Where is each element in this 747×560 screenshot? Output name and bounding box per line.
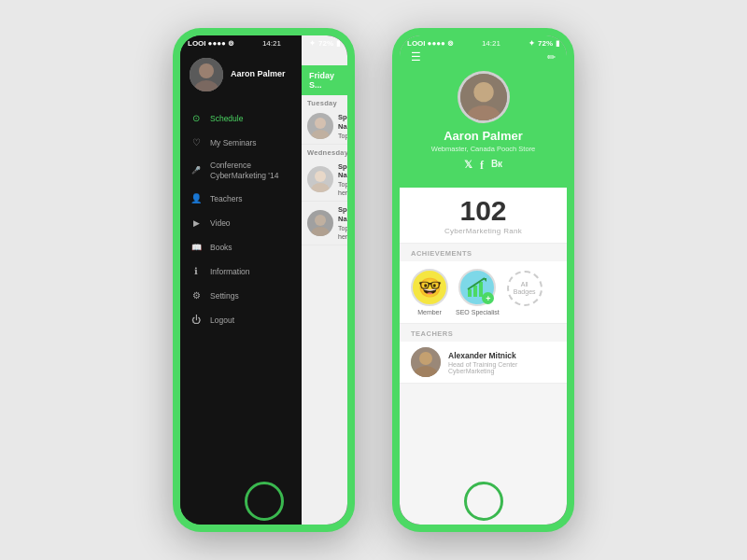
svg-point-1 <box>199 63 214 78</box>
profile-avatar <box>458 71 510 123</box>
menu-item-settings[interactable]: ⚙ Settings <box>180 284 302 308</box>
phone-1: LOOI ●●●● ⊚ 14:21 ✦ 72% ▮ <box>173 28 355 532</box>
schedule-row[interactable]: Speaker NameTopic title <box>302 109 347 145</box>
sidebar: Aaron Palmer ⊙ Schedule ♡ My Seminars 🎤 … <box>180 35 302 525</box>
profile-name: Aaron Palmer <box>444 129 523 143</box>
phone2-layout: LOOI ●●●● ⊚ 14:21 ✦ 72% ▮ ☰ ✏ <box>400 35 567 525</box>
teacher-title: Head of Training CenterCyberMarketing <box>448 361 556 374</box>
menu-item-teachers[interactable]: 👤 Teachers <box>180 187 302 211</box>
achievements-row: 🤓 Member <box>400 261 567 324</box>
menu-item-seminars[interactable]: ♡ My Seminars <box>180 131 302 155</box>
svg-point-4 <box>315 118 326 129</box>
badge-member-label: Member <box>417 309 442 315</box>
teachers-header: TEACHERS <box>400 324 567 342</box>
badge-member[interactable]: 🤓 Member <box>411 269 448 315</box>
menu-item-books[interactable]: 📖 Books <box>180 235 302 259</box>
logout-icon: ⏻ <box>190 314 203 327</box>
badge-all[interactable]: AllBadges <box>507 271 543 315</box>
menu-item-video[interactable]: ▶ Video <box>180 211 302 235</box>
rank-label: CyberMarketing Rank <box>411 227 556 235</box>
profile-header: LOOI ●●●● ⊚ 14:21 ✦ 72% ▮ ☰ ✏ <box>400 35 567 188</box>
teacher-info: Alexander Mitnick Head of Training Cente… <box>448 351 556 374</box>
schedule-icon: ⊙ <box>190 112 203 125</box>
svg-point-20 <box>419 352 432 365</box>
rank-number: 102 <box>411 197 556 225</box>
schedule-panel: Friday S... Tuesday Speaker NameTopic ti… <box>302 35 347 525</box>
status-bar-1: LOOI ●●●● ⊚ 14:21 ✦ 72% ▮ <box>180 35 347 50</box>
edit-icon[interactable]: ✏ <box>547 51 556 63</box>
video-icon: ▶ <box>190 217 203 230</box>
person-avatar-2 <box>307 166 333 192</box>
menu-item-schedule[interactable]: ⊙ Schedule <box>180 106 302 131</box>
facebook-icon[interactable]: f <box>480 159 484 173</box>
svg-point-7 <box>315 171 326 182</box>
schedule-row-2[interactable]: Speaker NameTopic title here <box>302 159 347 203</box>
rank-section: 102 CyberMarketing Rank <box>400 188 567 244</box>
badge-seo-label: SEO Specialist <box>456 309 500 315</box>
information-icon: ℹ <box>190 265 203 278</box>
phone1-layout: Aaron Palmer ⊙ Schedule ♡ My Seminars 🎤 … <box>180 35 347 525</box>
teacher-item[interactable]: Alexander Mitnick Head of Training Cente… <box>400 342 567 384</box>
achievements-header: ACHIEVEMENTS <box>400 244 567 261</box>
menu-item-information[interactable]: ℹ Information <box>180 259 302 284</box>
teacher-name: Alexander Mitnick <box>448 351 556 360</box>
svg-point-10 <box>315 215 326 226</box>
badge-seo[interactable]: + SEO Specialist <box>456 269 500 315</box>
teachers-icon: 👤 <box>190 192 203 205</box>
carrier-1: LOOI ●●●● ⊚ <box>188 39 234 48</box>
svg-point-13 <box>473 82 493 102</box>
svg-rect-16 <box>473 286 477 297</box>
svg-rect-15 <box>468 289 472 297</box>
profile-top-bar: ☰ ✏ <box>411 50 556 63</box>
settings-icon: ⚙ <box>190 289 203 302</box>
schedule-wednesday: Wednesday <box>302 145 347 159</box>
schedule-header: Friday S... <box>302 65 347 95</box>
time-2: 14:21 <box>482 39 500 48</box>
time-1: 14:21 <box>262 39 281 48</box>
teacher-avatar <box>411 347 441 377</box>
twitter-icon[interactable]: 𝕏 <box>464 159 472 173</box>
phone-2: LOOI ●●●● ⊚ 14:21 ✦ 72% ▮ ☰ ✏ <box>392 28 574 532</box>
menu-list: ⊙ Schedule ♡ My Seminars 🎤 ConferenceCyb… <box>180 103 302 336</box>
hamburger-icon[interactable]: ☰ <box>411 50 421 63</box>
profile-role: Webmaster, Canada Pooch Store <box>431 145 536 153</box>
seminars-icon: ♡ <box>190 136 203 149</box>
social-icons: 𝕏 f Вк <box>464 159 502 173</box>
sidebar-user-name: Aaron Palmer <box>231 69 286 80</box>
menu-item-conference[interactable]: 🎤 ConferenceCyberMarketing '14 <box>180 155 302 187</box>
schedule-row-3[interactable]: Speaker NameTopic title here <box>302 202 347 245</box>
person-avatar-3 <box>307 210 333 236</box>
status-bar-2: LOOI ●●●● ⊚ 14:21 ✦ 72% ▮ <box>400 35 567 50</box>
profile-body: 102 CyberMarketing Rank ACHIEVEMENTS 🤓 M… <box>400 188 567 513</box>
avatar <box>190 58 223 91</box>
books-icon: 📖 <box>190 241 203 254</box>
sidebar-user: Aaron Palmer <box>180 50 302 103</box>
vk-icon[interactable]: Вк <box>491 159 502 173</box>
schedule-tuesday: Tuesday <box>302 95 347 109</box>
person-avatar <box>307 113 333 139</box>
menu-item-logout[interactable]: ⏻ Logout <box>180 308 302 332</box>
conference-icon: 🎤 <box>190 164 203 177</box>
battery-1: ✦ 72% ▮ <box>309 39 340 48</box>
badge-plus-icon: + <box>482 292 494 304</box>
